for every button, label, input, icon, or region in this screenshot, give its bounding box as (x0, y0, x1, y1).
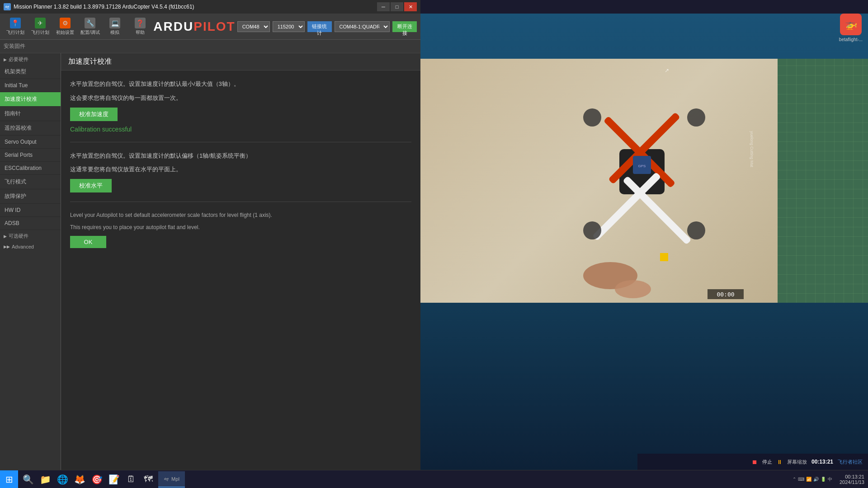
section2-line1: 水平放置您的自驾仪。设置加速度计的默认偏移（1轴/航姿系统平衡） (70, 151, 411, 161)
stop-icon: ⏹ (752, 459, 758, 465)
title-bar: 🛩 Mission Planner 1.3.82 build 1.3.8979.… (0, 0, 420, 14)
required-hardware-section: ▶ 必要硬件 (0, 53, 61, 65)
frame-type-label: 机架类型 (5, 68, 26, 75)
page-title: 加速度计校准 (61, 53, 420, 70)
advanced-section[interactable]: ▶▶ Advanced (0, 241, 61, 251)
tray-keyboard-icon: ⌨ (798, 477, 804, 482)
calibrate-level-button[interactable]: 校准水平 (70, 179, 112, 192)
sidebar-item-radio-calibrate[interactable]: 遥控器校准 (0, 121, 61, 136)
ardupilot-text: ARDUPILOT (153, 19, 235, 34)
taskbar-notepad-icon[interactable]: 📝 (106, 471, 122, 488)
taskbar-mpi-button[interactable]: 🛩 MpI (158, 471, 185, 488)
section2-line2: 这通常要您将自驾仪放置在水平的平面上。 (70, 165, 411, 174)
sidebar-item-esc-calibration[interactable]: ESCCalibration (0, 162, 61, 175)
notification-bar: ⏹ 停止 ⏸ 屏幕缩放 00:13:21 飞行者社区 (637, 454, 868, 470)
compass-arrow: ↗ (665, 67, 669, 74)
close-button[interactable]: ✕ (404, 2, 417, 11)
sidebar-item-servo-output[interactable]: Servo Output (0, 136, 61, 149)
sidebar-item-hw-id[interactable]: HW ID (0, 204, 61, 217)
help-icon: ❓ (135, 18, 146, 28)
timestamp-text: 00:00 (717, 291, 734, 298)
section3-line1: Level your Autopilot to set default acce… (70, 211, 411, 220)
radio-calibrate-label: 遥控器校准 (5, 125, 32, 131)
maximize-button[interactable]: □ (391, 2, 403, 11)
tray-expand-icon[interactable]: ⌃ (793, 477, 796, 482)
content-area: ▶ 必要硬件 机架类型 Initial Tue 加速度计校准 指南针 遥控器校准… (0, 53, 420, 488)
taskbar-mp-icon[interactable]: 🗺 (140, 471, 156, 488)
ardupilot-logo: ARDUPILOT (153, 19, 235, 34)
tray-network-icon: 📶 (806, 477, 811, 482)
tray-zh-icon: 中 (828, 476, 832, 483)
hw-id-label: HW ID (5, 207, 20, 213)
toolbar-help-label: 帮助 (136, 29, 145, 36)
toolbar-config-label: 配置/调试 (80, 29, 100, 36)
minimize-button[interactable]: ─ (377, 2, 390, 11)
desktop-background: 🚁 betaflight-... (420, 14, 868, 470)
sidebar-item-frame-type[interactable]: 机架类型 (0, 65, 61, 79)
betaflight-icon-img: 🚁 (840, 14, 862, 35)
optional-hardware-section: ▶ 可选硬件 (0, 230, 61, 241)
sidebar-item-initial-tune[interactable]: Initial Tue (0, 79, 61, 92)
pause-icon: ⏸ (777, 459, 783, 465)
motor-front-right (687, 108, 705, 127)
calibration-success-text: Calibration successful (70, 126, 411, 133)
toolbar-fly-button[interactable]: ✈ 飞行计划 (28, 15, 52, 38)
video-panel: GPS yuelong Cutting Mat ↗ 00:00 (420, 59, 868, 303)
toolbar-flightplan-button[interactable]: 📍 飞行计划 (4, 15, 27, 38)
taskbar-calendar-icon[interactable]: 🗓 (123, 471, 139, 488)
gps-text: GPS (638, 164, 646, 168)
motor-back-left (583, 221, 601, 239)
taskbar-search-icon[interactable]: 🔍 (20, 471, 36, 488)
section-1: 水平放置您的自驾仪。设置加速度计的默认最小/最大值（3轴）。 这会要求您将自驾仪… (70, 80, 411, 133)
accel-calibrate-label: 加速度计校准 (5, 96, 37, 102)
com-port-select[interactable]: COM48 (237, 21, 270, 32)
calibrate-accel-button[interactable]: 校准加速度 (70, 108, 118, 121)
screen-record-label: 屏幕缩放 (787, 459, 807, 465)
toolbar-fly-label: 飞行计划 (31, 29, 49, 36)
serial-ports-label: Serial Ports (5, 152, 33, 158)
sidebar-item-failsafe[interactable]: 故障保护 (0, 189, 61, 204)
quad-mode-select[interactable]: COM48-1:QUADROTOT (335, 21, 390, 32)
toolbar-initialsetup-button[interactable]: ⚙ 初始设置 (53, 15, 76, 38)
servo-output-label: Servo Output (5, 139, 37, 145)
taskbar-explorer-icon[interactable]: 📁 (37, 471, 53, 488)
sidebar-item-serial-ports[interactable]: Serial Ports (0, 149, 61, 162)
flight-modes-label: 飞行模式 (5, 178, 26, 185)
drone-svg: GPS yuelong Cutting Mat ↗ 00:00 (420, 59, 868, 303)
sidebar-item-flight-modes[interactable]: 飞行模式 (0, 175, 61, 189)
betaflight-icon[interactable]: 🚁 betaflight-... (837, 14, 864, 42)
toolbar-simulation-label: 模拟 (110, 29, 119, 36)
stop-label: 停止 (762, 459, 772, 465)
simulation-icon: 💻 (109, 18, 120, 28)
sidebar-item-adsb[interactable]: ADSB (0, 217, 61, 230)
install-firmware-label: 安装固件 (4, 42, 25, 50)
section-3: Level your Autopilot to set default acce… (70, 211, 411, 248)
toolbar-simulation-button[interactable]: 💻 模拟 (104, 15, 127, 38)
esc-calibration-label: ESCCalibration (5, 165, 42, 171)
taskbar-clock[interactable]: 00:13:21 2024/11/13 (836, 474, 868, 485)
title-controls: ─ □ ✕ (377, 2, 417, 11)
baud-rate-select[interactable]: 115200 (273, 21, 305, 32)
toolbar-config-button[interactable]: 🔧 配置/调试 (79, 15, 102, 38)
adsb-label: ADSB (5, 220, 19, 226)
app-icon: 🛩 (4, 3, 11, 10)
required-arrow-icon: ▶ (4, 57, 7, 62)
tray-battery-icon: 🔋 (821, 477, 826, 482)
connect-button[interactable]: 断开连接 (392, 21, 417, 32)
fly-icon: ✈ (35, 18, 46, 28)
taskbar-browser-icon[interactable]: 🌐 (54, 471, 71, 488)
toolbar-initialsetup-label: 初始设置 (56, 29, 74, 36)
sidebar-item-compass[interactable]: 指南针 (0, 107, 61, 121)
motor-back-right (687, 221, 705, 239)
ok-button[interactable]: OK (70, 236, 106, 248)
taskbar-firefox-icon[interactable]: 🦊 (71, 471, 88, 488)
sidebar-item-accel-calibrate[interactable]: 加速度计校准 (0, 92, 61, 107)
initialsetup-icon: ⚙ (60, 18, 71, 28)
compass-label: 指南针 (5, 110, 21, 117)
toolbar-right: COM48 115200 链接统计 COM48-1:QUADROTOT 断开连接 (237, 21, 417, 32)
taskbar-game-icon[interactable]: 🎯 (89, 471, 105, 488)
toolbar: 📍 飞行计划 ✈ 飞行计划 ⚙ 初始设置 🔧 配置/调试 💻 模拟 ❓ 帮助 A… (0, 14, 420, 40)
stats-button[interactable]: 链接统计 (307, 21, 332, 32)
toolbar-help-button[interactable]: ❓ 帮助 (128, 15, 151, 38)
start-button[interactable]: ⊞ (0, 470, 18, 488)
